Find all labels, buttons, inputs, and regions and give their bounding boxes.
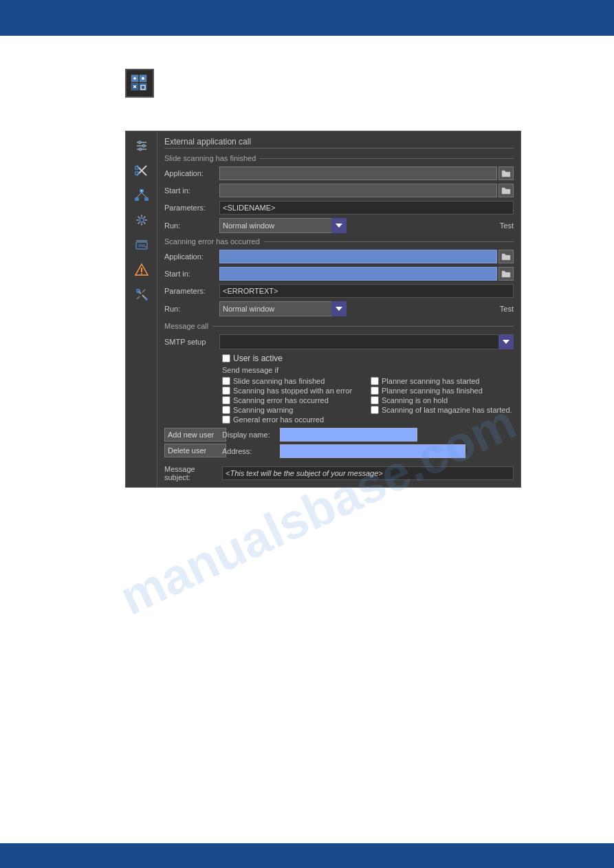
svg-point-15 xyxy=(139,148,142,151)
slide-startin-input[interactable] xyxy=(219,184,497,197)
svg-point-33 xyxy=(141,273,142,274)
svg-rect-28 xyxy=(138,244,145,247)
smtp-dropdown-wrapper xyxy=(219,334,514,349)
error-parameters-row: Parameters: xyxy=(164,284,514,298)
error-startin-input[interactable] xyxy=(219,267,497,281)
error-run-select[interactable]: Normal window xyxy=(219,301,347,316)
svg-point-14 xyxy=(142,144,145,147)
app-icon[interactable] xyxy=(125,69,154,98)
smtp-label: SMTP setup xyxy=(164,338,219,346)
checkbox-planner-finished: Planner scanning has finished xyxy=(371,387,514,395)
slide-application-folder-btn[interactable] xyxy=(498,166,514,180)
slide-parameters-input[interactable] xyxy=(219,201,514,215)
svg-point-18 xyxy=(135,166,138,170)
slide-run-select[interactable]: Normal window xyxy=(219,218,347,233)
svg-point-26 xyxy=(140,218,144,222)
slide-application-input[interactable] xyxy=(219,166,497,180)
checkbox-planner-started: Planner scanning has started xyxy=(371,377,514,385)
checkbox-scanning-warning: Scanning warning xyxy=(222,406,365,414)
svg-point-6 xyxy=(142,77,144,80)
error-application-input[interactable] xyxy=(219,250,497,263)
scanner-icon[interactable] xyxy=(129,233,154,257)
checkbox-scanning-error-occurred: Scanning error has occurred xyxy=(222,396,365,404)
svg-point-37 xyxy=(145,298,148,301)
svg-line-39 xyxy=(137,296,140,299)
cb-scanning-on-hold[interactable] xyxy=(371,396,379,404)
message-subject-input[interactable] xyxy=(222,466,514,480)
delete-user-button[interactable]: Delete user xyxy=(164,444,226,457)
app-icon-container xyxy=(125,69,154,98)
checkbox-user-section: Slide scanning has finished Planner scan… xyxy=(222,377,514,424)
checkbox-general-error: General error has occurred xyxy=(222,415,365,424)
user-management-section: Add new user Delete user Display name: A… xyxy=(164,428,514,461)
cb-last-magazine[interactable] xyxy=(371,406,379,414)
message-call-title: Message call xyxy=(164,322,514,330)
checkbox-scanning-stopped-error: Scanning has stopped with an error xyxy=(222,387,365,395)
smtp-select[interactable] xyxy=(219,334,514,349)
cb-general-error[interactable] xyxy=(222,415,230,424)
main-panel: External application call Slide scanning… xyxy=(125,131,521,488)
scissors-icon[interactable] xyxy=(129,159,154,182)
cb-scanning-error-occurred[interactable] xyxy=(222,396,230,404)
settings-icon[interactable] xyxy=(129,208,154,232)
slide-application-label: Application: xyxy=(164,169,219,177)
error-application-label: Application: xyxy=(164,252,219,261)
warning-icon[interactable] xyxy=(129,258,154,281)
svg-line-38 xyxy=(142,290,145,292)
error-test-button[interactable]: Test xyxy=(500,305,514,313)
checkbox-last-magazine: Scanning of last magazine has started. xyxy=(371,406,514,414)
error-application-row: Application: xyxy=(164,250,514,263)
cb-scanning-stopped-error[interactable] xyxy=(222,387,230,395)
display-name-row: Display name: xyxy=(222,428,514,442)
send-message-if-label: Send message if xyxy=(222,366,514,374)
slide-run-row: Run: Normal window Test xyxy=(164,218,514,233)
slide-startin-label: Start in: xyxy=(164,186,219,195)
slide-test-button[interactable]: Test xyxy=(500,221,514,230)
checkbox-slide-scanning-finished: Slide scanning has finished xyxy=(222,377,365,385)
svg-rect-21 xyxy=(135,197,139,201)
svg-point-19 xyxy=(135,172,138,175)
checkbox-scanning-on-hold: Scanning is on hold xyxy=(371,396,514,404)
top-bar xyxy=(0,0,614,36)
network-icon[interactable] xyxy=(129,184,154,207)
checkbox-section: Slide scanning has finished Planner scan… xyxy=(222,377,514,424)
message-subject-row: Message subject: xyxy=(164,465,514,481)
svg-rect-22 xyxy=(144,197,149,201)
display-name-label: Display name: xyxy=(222,431,280,439)
sliders-icon[interactable] xyxy=(129,134,154,158)
error-run-label: Run: xyxy=(164,305,219,313)
slide-startin-row: Start in: xyxy=(164,184,514,197)
scanning-error-title: Scanning error has occurred xyxy=(164,237,514,246)
display-name-input[interactable] xyxy=(280,428,417,442)
add-new-user-button[interactable]: Add new user xyxy=(164,428,226,442)
cb-planner-finished[interactable] xyxy=(371,387,379,395)
error-startin-folder-btn[interactable] xyxy=(498,267,514,281)
address-label: Address: xyxy=(222,447,280,455)
user-active-row: User is active xyxy=(222,354,514,363)
slide-startin-folder-btn[interactable] xyxy=(498,184,514,197)
error-run-row: Run: Normal window Test xyxy=(164,301,514,316)
right-content: External application call Slide scanning… xyxy=(157,131,520,487)
slide-run-dropdown-wrapper: Normal window xyxy=(219,218,347,233)
svg-line-24 xyxy=(142,193,146,197)
error-application-folder-btn[interactable] xyxy=(498,250,514,263)
slide-parameters-row: Parameters: xyxy=(164,201,514,215)
cb-planner-started[interactable] xyxy=(371,377,379,385)
svg-point-25 xyxy=(141,191,142,192)
slide-parameters-label: Parameters: xyxy=(164,204,219,212)
error-parameters-input[interactable] xyxy=(219,284,514,298)
user-active-checkbox[interactable] xyxy=(222,354,230,362)
bottom-bar xyxy=(0,843,614,868)
user-active-label: User is active xyxy=(233,354,283,363)
left-sidebar xyxy=(126,131,157,487)
external-app-title: External application call xyxy=(164,137,251,147)
cb-slide-scanning-finished[interactable] xyxy=(222,377,230,385)
svg-point-30 xyxy=(145,246,146,248)
checkbox-grid: Slide scanning has finished Planner scan… xyxy=(222,377,514,424)
cb-scanning-warning[interactable] xyxy=(222,406,230,414)
error-startin-label: Start in: xyxy=(164,270,219,278)
user-buttons-area: Add new user Delete user xyxy=(164,428,222,457)
address-input[interactable] xyxy=(280,444,465,458)
tools-icon[interactable] xyxy=(129,283,154,306)
slide-run-label: Run: xyxy=(164,221,219,230)
